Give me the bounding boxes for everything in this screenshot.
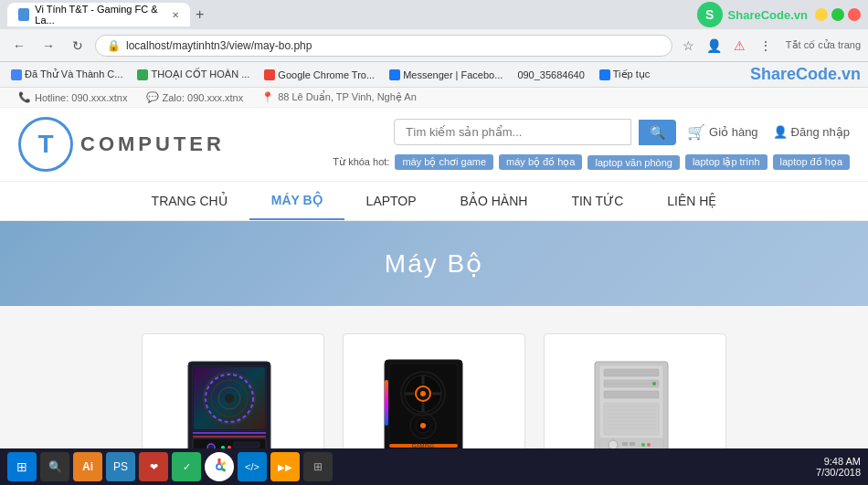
taskbar-app-5[interactable]: ▶▶	[270, 452, 300, 481]
top-info-bar: 📞 Hotline: 090.xxx.xtnx 💬 Zalo: 090.xxx.…	[0, 88, 868, 108]
svg-point-37	[652, 382, 656, 385]
bookmark-label: 090_35684640	[517, 69, 584, 80]
address-info: 📍 88 Lê Duẩn, TP Vinh, Nghệ An	[261, 91, 417, 103]
taskbar-app-6[interactable]: ⊞	[303, 452, 333, 481]
logo-letter: T	[37, 130, 53, 159]
search-button[interactable]: 🔍	[639, 120, 676, 145]
svg-rect-50	[630, 442, 635, 446]
new-tab-button[interactable]: +	[190, 5, 209, 25]
hero-banner: Máy Bộ	[0, 221, 868, 306]
zalo-info: 💬 Zalo: 090.xxx.xtnx	[146, 91, 244, 103]
minimize-button[interactable]	[815, 8, 828, 21]
time-display: 9:48 AM	[816, 456, 861, 467]
chrome-icon	[211, 459, 228, 475]
taskbar-clock: 9:48 AM 7/30/2018	[816, 456, 861, 478]
svg-rect-18	[385, 380, 388, 426]
bookmark-item[interactable]: Messenger | Facebo...	[386, 68, 506, 82]
taskbar-app-4[interactable]: ✓	[172, 452, 201, 481]
kw-tag-4[interactable]: laptop đồ họa	[773, 154, 850, 170]
bookmark-item[interactable]: THOẠI CỐT HOÀN ...	[133, 67, 253, 82]
header-right: 🔍 🛒 Giỏ hàng 👤 Đăng nhập Từ	[333, 119, 850, 170]
kw-tag-1[interactable]: máy bộ đồ họa	[499, 154, 582, 170]
header-actions: 🛒 Giỏ hàng 👤 Đăng nhập	[687, 123, 850, 141]
tab-label: Vi Tính T&T - Gaming FC & La...	[35, 4, 163, 26]
windows-icon: ⊞	[16, 459, 27, 474]
taskbar-chrome[interactable]	[205, 452, 234, 481]
address-bar[interactable]: 🔒 localhost/maytinhtn3/view/may-bo.php	[95, 35, 672, 57]
svg-rect-39	[604, 403, 659, 435]
nav-item-tintuc[interactable]: TIN TỨC	[549, 183, 645, 219]
maximize-button[interactable]	[831, 8, 844, 21]
search-row: 🔍	[394, 119, 676, 145]
bookmark-label: Google Chrome Tro...	[278, 69, 375, 80]
site-wrapper: 📞 Hotline: 090.xxx.xtnx 💬 Zalo: 090.xxx.…	[0, 88, 868, 485]
kw-tag-3[interactable]: laptop lập trình	[685, 154, 767, 170]
bookmark-label: Đã Thử Và Thành C...	[25, 69, 122, 80]
svg-rect-34	[604, 369, 659, 376]
bookmark-item[interactable]: 090_35684640	[513, 68, 587, 82]
nav-item-baohanh[interactable]: BẢO HÀNH	[439, 183, 550, 219]
taskbar-app-1[interactable]: Ai	[73, 452, 102, 481]
taskbar-app-3[interactable]: ❤	[139, 452, 168, 481]
right-label: Tắt cố cửa trang	[786, 39, 861, 51]
browser-titlebar: Vi Tính T&T - Gaming FC & La... ✕ + S Sh…	[0, 0, 868, 29]
bookmark-icon	[599, 69, 610, 80]
logo-text: COMPUTER	[80, 132, 225, 156]
taskbar-code[interactable]: </>	[238, 452, 267, 481]
login-action[interactable]: 👤 Đăng nhập	[773, 123, 850, 141]
warning-icon[interactable]: ⚠	[729, 35, 751, 57]
bookmark-icon	[11, 69, 22, 80]
profile-icon[interactable]: 👤	[704, 35, 725, 57]
bookmark-item[interactable]: Google Chrome Tro...	[260, 68, 378, 82]
cart-action[interactable]: 🛒 Giỏ hàng	[687, 123, 758, 141]
website: 📞 Hotline: 090.xxx.xtnx 💬 Zalo: 090.xxx.…	[0, 88, 868, 485]
browser-chrome: Vi Tính T&T - Gaming FC & La... ✕ + S Sh…	[0, 0, 868, 88]
login-label: Đăng nhập	[791, 125, 850, 139]
kw-tag-0[interactable]: máy bộ chơi game	[395, 154, 493, 170]
window-controls	[815, 8, 861, 21]
active-tab[interactable]: Vi Tính T&T - Gaming FC & La... ✕	[7, 3, 190, 26]
search-and-actions: 🔍 🛒 Giỏ hàng 👤 Đăng nhập	[394, 119, 850, 145]
bookmark-star-icon[interactable]: ☆	[678, 35, 700, 57]
nav-item-lienhe[interactable]: LIÊN HỆ	[645, 183, 738, 219]
header: T COMPUTER 🔍 🛒 Giỏ hàng	[0, 108, 868, 181]
taskbar-icons: ⊞ 🔍 Ai PS ❤ ✓ </>	[7, 452, 333, 481]
taskbar-search[interactable]: 🔍	[40, 452, 69, 481]
forward-button[interactable]: →	[37, 34, 60, 58]
url-text: localhost/maytinhtn3/view/may-bo.php	[126, 39, 312, 52]
bookmark-icon	[264, 69, 275, 80]
nav-item-home[interactable]: TRANG CHỦ	[130, 183, 249, 219]
tab-close-button[interactable]: ✕	[172, 10, 179, 20]
nav-list: TRANG CHỦ MÁY BỘ LAPTOP BẢO HÀNH TIN TỨC…	[0, 182, 868, 220]
nav-item-maybo[interactable]: MÁY BỘ	[249, 182, 344, 220]
bookmark-item[interactable]: Đã Thử Và Thành C...	[7, 67, 126, 82]
taskbar-app-2[interactable]: PS	[106, 452, 135, 481]
sharecode-logo: S	[697, 2, 723, 27]
logo-circle: T	[18, 117, 73, 172]
taskbar: ⊞ 🔍 Ai PS ❤ ✓ </>	[0, 448, 868, 485]
svg-point-52	[647, 443, 651, 447]
svg-rect-14	[234, 442, 259, 448]
start-button[interactable]: ⊞	[7, 452, 37, 481]
kw-tag-2[interactable]: laptop văn phòng	[587, 155, 679, 170]
back-button[interactable]: ←	[7, 34, 31, 58]
bookmark-icon	[137, 69, 148, 80]
sharecode-header-right: ShareCode.vn	[750, 65, 861, 84]
close-button[interactable]	[848, 8, 861, 21]
hot-keywords: Từ khóa hot: máy bộ chơi game máy bộ đồ …	[333, 154, 850, 170]
sharecode-area: S ShareCode.vn	[697, 2, 808, 27]
cart-label: Giỏ hàng	[709, 125, 758, 139]
nav-bar: TRANG CHỦ MÁY BỘ LAPTOP BẢO HÀNH TIN TỨC…	[0, 181, 868, 221]
bookmark-item[interactable]: Tiếp tục	[596, 67, 654, 82]
toolbar-icons: ☆ 👤 ⚠ ⋮	[678, 35, 777, 57]
date-display: 7/30/2018	[816, 467, 861, 478]
svg-rect-49	[622, 442, 628, 446]
reload-button[interactable]: ↻	[66, 34, 90, 58]
menu-icon[interactable]: ⋮	[755, 35, 777, 57]
nav-item-laptop[interactable]: LAPTOP	[344, 183, 439, 219]
kw-label: Từ khóa hot:	[333, 156, 389, 168]
svg-point-22	[420, 391, 426, 396]
search-input[interactable]	[394, 119, 631, 145]
phone-icon: 📞 Hotline: 090.xxx.xtnx	[18, 91, 128, 103]
bookmark-label: Tiếp tục	[613, 69, 651, 80]
